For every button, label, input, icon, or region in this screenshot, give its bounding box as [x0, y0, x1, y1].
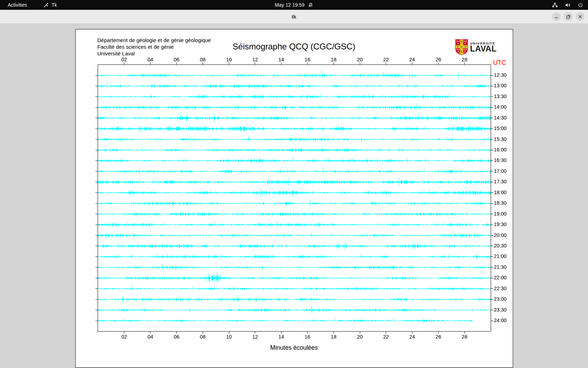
restore-button[interactable] [564, 12, 573, 21]
x-tick-label-bottom: 18 [331, 334, 336, 340]
trace-tick-mark-left [96, 118, 98, 118]
trace-tick-mark-left [96, 288, 98, 289]
x-tick-mark-top [334, 62, 334, 65]
x-tick-mark-top [150, 62, 150, 65]
trace-time-label: 13:30 [494, 94, 506, 99]
laval-shield-icon [455, 39, 468, 56]
x-tick-label-top: 08 [200, 57, 205, 62]
x-tick-label-top: 26 [435, 57, 441, 62]
x-tick-label-top: 06 [174, 57, 179, 62]
x-tick-label-top: 10 [226, 57, 232, 62]
x-tick-label-top: 18 [331, 57, 336, 62]
focused-app-indicator[interactable]: Tk [44, 2, 57, 8]
trace-time-label: 14:30 [494, 115, 506, 121]
trace-time-label: 23:00 [494, 296, 506, 302]
x-tick-label-bottom: 24 [410, 334, 415, 340]
x-tick-label-top: 14 [279, 57, 284, 62]
screen: Activities Tk May 12 19:59 [0, 0, 588, 368]
trace-time-label: 19:00 [494, 211, 506, 217]
trace-tick-mark-left [96, 150, 98, 150]
trace-tick-mark-left [96, 214, 98, 214]
x-tick-mark-top [360, 62, 360, 65]
trace-tick-mark-left [96, 96, 98, 97]
x-tick-mark-bottom [124, 331, 124, 334]
laval-logo-line2: LAVAL [470, 45, 497, 52]
trace-tick-mark-right [491, 96, 493, 97]
x-tick-label-bottom: 02 [121, 334, 127, 340]
trace-tick-mark-right [491, 192, 493, 193]
trace-time-label: 17:00 [494, 168, 506, 174]
seismograph-canvas: Département de géologie et de génie géol… [75, 29, 513, 368]
trace-time-label: 12:30 [494, 72, 506, 78]
trace-tick-mark-right [491, 150, 493, 150]
trace-time-label: 24:00 [494, 318, 506, 323]
trace-time-label: 15:00 [494, 125, 506, 131]
trace-time-label: 22:30 [494, 286, 506, 291]
trace-tick-mark-left [96, 129, 98, 129]
notifications-muted-icon [308, 2, 313, 8]
activities-button[interactable]: Activities [6, 2, 29, 8]
trace-tick-mark-right [491, 299, 493, 300]
x-tick-mark-bottom [334, 331, 334, 334]
x-tick-mark-bottom [176, 331, 177, 334]
window-controls [552, 12, 584, 21]
x-tick-mark-top [307, 62, 308, 65]
trace-tick-mark-right [491, 321, 493, 321]
trace-tick-mark-left [96, 107, 98, 108]
x-tick-mark-bottom [229, 331, 229, 334]
minimize-button[interactable] [552, 12, 561, 21]
trace-time-label: 16:00 [494, 147, 506, 152]
trace-time-label: 21:30 [494, 264, 506, 270]
trace-tick-mark-right [491, 267, 493, 267]
universite-laval-logo: UNIVERSITÉ LAVAL [455, 39, 497, 56]
trace-tick-mark-left [96, 267, 98, 267]
trace-tick-mark-left [96, 310, 98, 310]
x-tick-label-bottom: 28 [462, 334, 467, 340]
x-tick-label-bottom: 16 [304, 334, 310, 340]
x-tick-mark-bottom [281, 331, 281, 334]
trace-tick-mark-right [491, 129, 493, 129]
clock-label[interactable]: May 12 19:59 [275, 2, 304, 8]
trace-time-label: 18:00 [494, 190, 506, 195]
window-titlebar[interactable]: tk [0, 10, 588, 24]
trace-tick-mark-left [96, 235, 98, 236]
trace-tick-mark-left [96, 171, 98, 171]
window-title: tk [0, 10, 588, 23]
x-tick-mark-top [176, 62, 177, 65]
trace-time-label: 16:30 [494, 158, 506, 163]
laval-logo-text: UNIVERSITÉ LAVAL [470, 39, 497, 52]
x-tick-label-top: 16 [304, 57, 310, 62]
system-status-area[interactable] [552, 0, 583, 10]
x-tick-mark-bottom [150, 331, 150, 334]
trace-tick-mark-left [96, 203, 98, 204]
x-tick-mark-top [412, 62, 412, 65]
x-tick-label-bottom: 22 [383, 334, 389, 340]
x-tick-label-top: 12 [252, 57, 258, 62]
gnome-top-bar: Activities Tk May 12 19:59 [0, 0, 588, 10]
x-tick-label-top: 04 [148, 57, 153, 62]
x-tick-mark-top [464, 62, 465, 65]
close-button[interactable] [576, 12, 584, 21]
trace-time-label: 18:30 [494, 200, 506, 206]
page-title: Séismographe QCQ (CGC/GSC) [98, 42, 490, 52]
x-tick-mark-top [386, 62, 386, 65]
x-tick-label-bottom: 10 [226, 334, 232, 340]
trace-tick-mark-right [491, 278, 493, 278]
trace-time-label: 23:30 [494, 307, 506, 313]
trace-time-label: 15:30 [494, 136, 506, 142]
x-tick-mark-top [203, 62, 203, 65]
x-tick-mark-top [438, 62, 439, 65]
trace-tick-mark-right [491, 118, 493, 118]
x-tick-mark-bottom [386, 331, 386, 334]
trace-tick-mark-left [96, 182, 98, 182]
trace-time-label: 14:00 [494, 104, 506, 110]
focused-app-label: Tk [51, 2, 57, 8]
trace-time-label: 20:30 [494, 243, 506, 248]
x-tick-label-bottom: 04 [148, 334, 153, 340]
trace-tick-mark-left [96, 225, 98, 225]
seismogram-traces [98, 65, 491, 331]
utc-axis-label: UTC [493, 59, 506, 67]
trace-time-label: 22:00 [494, 275, 506, 280]
network-icon [552, 2, 558, 8]
trace-tick-mark-left [96, 299, 98, 300]
